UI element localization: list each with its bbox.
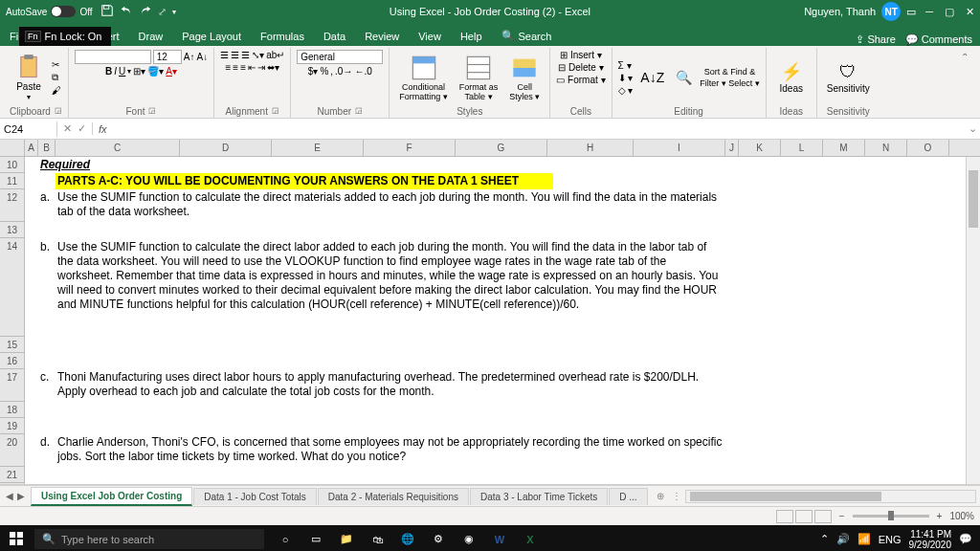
col-header[interactable]: M [823,140,865,156]
row-header[interactable]: 15 [0,337,25,353]
clipboard-launcher-icon[interactable]: ◲ [55,106,62,117]
ideas-button[interactable]: ⚡Ideas [772,59,811,96]
start-button[interactable] [0,532,33,547]
tab-view[interactable]: View [409,27,451,46]
paste-button[interactable]: Paste▾ [10,52,48,103]
delete-cells-button[interactable]: ⊟ Delete ▾ [558,62,603,73]
collapse-ribbon-icon[interactable]: ⌃ [953,48,976,118]
align-right-icon[interactable]: ≡ [240,62,246,73]
percent-format-icon[interactable]: % [320,66,328,77]
fx-icon[interactable]: fx [93,123,113,135]
row-header[interactable]: 22 [0,483,25,484]
undo-icon[interactable] [120,4,133,19]
tab-draw[interactable]: Draw [129,27,173,46]
close-button[interactable]: ✕ [966,6,974,18]
align-middle-icon[interactable]: ☰ [231,50,239,60]
sheet-tab[interactable]: Data 3 - Labor Time Tickets [470,488,608,505]
align-bottom-icon[interactable]: ☰ [241,50,250,60]
new-sheet-button[interactable]: ⊕ [649,491,672,501]
copy-icon[interactable]: ⧉ [52,72,61,83]
col-header[interactable]: D [180,140,272,156]
language-indicator[interactable]: ENG [879,534,902,545]
number-launcher-icon[interactable]: ◲ [355,106,363,117]
col-header[interactable]: N [865,140,907,156]
row-header[interactable]: 12 [0,189,25,222]
zoom-level[interactable]: 100% [949,511,974,521]
increase-decimal-icon[interactable]: .0→ [335,66,352,77]
store-icon[interactable]: 🛍 [364,528,390,551]
sort-filter-button[interactable]: A↓Z [636,68,668,87]
col-header[interactable]: B [38,140,56,156]
minimize-button[interactable]: ─ [925,6,933,18]
sheet-tab-active[interactable]: Using Excel Job Order Costing [31,487,192,506]
col-header[interactable]: I [634,140,725,156]
comma-format-icon[interactable]: , [330,66,333,77]
zoom-in-button[interactable]: + [937,511,943,521]
sheet-nav-prev-icon[interactable]: ◀ [6,491,13,501]
zoom-out-button[interactable]: − [839,511,845,521]
underline-button[interactable]: U [119,66,125,77]
increase-indent-icon[interactable]: ⇥ [257,62,265,73]
align-left-icon[interactable]: ≡ [225,62,231,73]
sheet-tab[interactable]: Data 1 - Job Cost Totals [193,488,317,505]
orientation-icon[interactable]: ⤡▾ [252,50,264,60]
autosum-button[interactable]: Σ ▾ [618,60,634,71]
clear-button[interactable]: ◇ ▾ [618,85,634,96]
bold-button[interactable]: B [105,66,112,77]
col-header[interactable]: J [725,140,739,156]
file-explorer-icon[interactable]: 📁 [333,528,360,551]
row-header[interactable]: 19 [0,418,25,434]
settings-icon[interactable]: ⚙ [425,528,452,551]
sensitivity-button[interactable]: 🛡Sensitivity [823,60,874,96]
excel-icon[interactable]: X [517,528,544,551]
comments-button[interactable]: 💬 Comments [905,33,972,46]
autosave-toggle[interactable]: AutoSave Off [6,6,93,17]
col-header[interactable]: E [272,140,364,156]
cut-icon[interactable]: ✂ [52,59,61,70]
border-button[interactable]: ⊞▾ [133,66,145,77]
row-header[interactable]: 18 [0,402,25,418]
align-top-icon[interactable]: ☰ [220,50,229,60]
select-all-corner[interactable] [0,140,25,156]
redo-icon[interactable] [139,4,152,19]
row-header[interactable]: 10 [0,157,25,173]
decrease-font-icon[interactable]: A↓ [196,52,208,62]
fill-color-button[interactable]: 🪣▾ [147,66,164,77]
align-center-icon[interactable]: ≡ [233,62,238,73]
font-color-button[interactable]: A▾ [166,66,177,77]
row-header[interactable]: 14 [0,238,25,337]
font-launcher-icon[interactable]: ◲ [148,106,156,117]
vertical-scrollbar[interactable] [966,157,980,484]
format-painter-icon[interactable]: 🖌 [52,85,61,96]
taskbar-search[interactable]: 🔍Type here to search [34,529,264,549]
col-header[interactable]: K [739,140,781,156]
merge-center-icon[interactable]: ⬌▾ [267,62,279,73]
edge-icon[interactable]: 🌐 [394,528,421,551]
col-header[interactable]: H [547,140,634,156]
sheet-tab[interactable]: D ... [609,488,647,505]
col-header[interactable]: O [907,140,949,156]
decrease-decimal-icon[interactable]: ←.0 [354,66,371,77]
sheet-nav-next-icon[interactable]: ▶ [17,491,25,501]
wifi-icon[interactable]: 📶 [858,533,871,545]
share-button[interactable]: ⇪ Share [856,33,895,46]
alignment-launcher-icon[interactable]: ◲ [272,106,279,117]
font-name-combo[interactable] [75,50,151,64]
font-size-combo[interactable]: 12 [153,50,182,64]
tab-help[interactable]: Help [451,27,492,46]
number-format-combo[interactable]: General [297,50,383,64]
maximize-button[interactable]: ▢ [945,6,954,18]
tray-expand-icon[interactable]: ⌃ [820,533,829,545]
row-header[interactable]: 13 [0,222,25,238]
touch-mode-icon[interactable]: ⤢ [158,6,167,18]
task-view-icon[interactable]: ▭ [302,528,329,551]
name-box[interactable]: C24 [0,121,57,137]
italic-button[interactable]: I [114,66,117,77]
col-header[interactable]: C [56,140,180,156]
spreadsheet-grid[interactable]: A B C D E F G H I J K L M N O 10 11 12 1… [0,140,980,485]
page-break-view-icon[interactable] [814,510,832,523]
page-layout-view-icon[interactable] [795,510,813,523]
horizontal-scrollbar[interactable] [685,490,976,503]
formula-input[interactable] [113,120,965,138]
tab-pagelayout[interactable]: Page Layout [172,27,251,46]
